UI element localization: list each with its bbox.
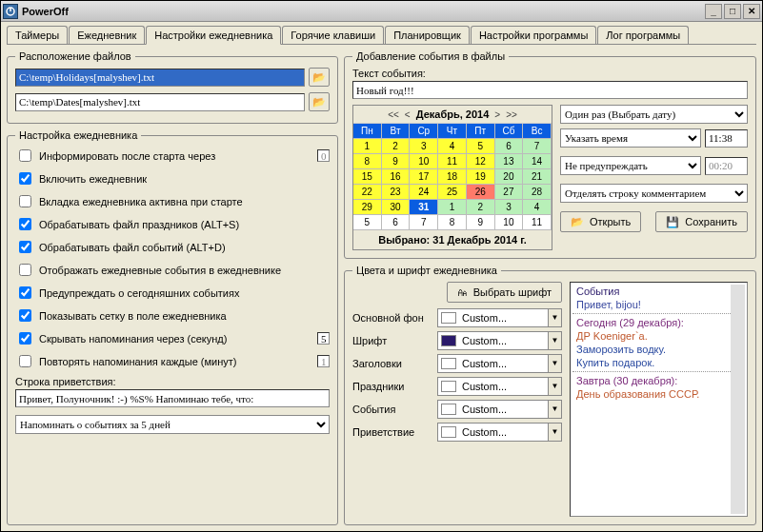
cal-header: Вт bbox=[382, 124, 411, 139]
cal-day[interactable]: 10 bbox=[495, 215, 524, 230]
cal-day[interactable]: 23 bbox=[382, 185, 411, 200]
opt-2-checkbox[interactable] bbox=[19, 195, 31, 207]
color-row-1-select[interactable]: Custom...▼ bbox=[437, 331, 562, 350]
cal-day[interactable]: 26 bbox=[467, 185, 495, 200]
color-row-1-label: Шрифт bbox=[352, 335, 433, 346]
spec-time-input[interactable] bbox=[705, 129, 748, 148]
opt-7-label: Показывать сетку в поле ежедневника bbox=[39, 310, 330, 322]
cal-day[interactable]: 6 bbox=[495, 139, 524, 154]
browse-holidays-button[interactable]: 📂 bbox=[309, 68, 330, 87]
cal-day[interactable]: 6 bbox=[382, 215, 411, 230]
color-row-2-select[interactable]: Custom...▼ bbox=[437, 354, 562, 373]
cal-day[interactable]: 9 bbox=[382, 154, 411, 169]
cal-day[interactable]: 12 bbox=[467, 154, 495, 169]
opt-4-checkbox[interactable] bbox=[19, 241, 31, 253]
cal-day[interactable]: 4 bbox=[523, 200, 552, 215]
tab-1[interactable]: Ежедневник bbox=[69, 26, 145, 44]
cal-last-button[interactable]: >> bbox=[506, 109, 517, 120]
choose-font-button[interactable]: 🗛Выбрать шрифт bbox=[447, 282, 562, 303]
diary-settings-legend: Настройка ежедневника bbox=[15, 129, 141, 141]
cal-day[interactable]: 1 bbox=[353, 139, 382, 154]
cal-day[interactable]: 29 bbox=[353, 200, 382, 215]
opt-9-value[interactable] bbox=[317, 355, 330, 367]
cal-selected: Выбрано: 31 Декабрь 2014 г. bbox=[353, 230, 552, 249]
color-row-5-select[interactable]: Custom...▼ bbox=[437, 423, 562, 442]
tab-0[interactable]: Таймеры bbox=[7, 26, 68, 44]
cal-day[interactable]: 30 bbox=[382, 200, 411, 215]
cal-day[interactable]: 5 bbox=[467, 139, 495, 154]
sep-comment-select[interactable]: Отделять строку комментарием bbox=[560, 184, 748, 203]
tab-6[interactable]: Лог программы bbox=[597, 26, 689, 44]
cal-day[interactable]: 20 bbox=[495, 169, 524, 185]
cal-day[interactable]: 8 bbox=[353, 154, 382, 169]
scrollbar[interactable] bbox=[731, 285, 745, 514]
cal-day[interactable]: 16 bbox=[382, 169, 411, 185]
opt-6-checkbox[interactable] bbox=[19, 286, 31, 299]
save-button[interactable]: 💾Сохранить bbox=[655, 211, 748, 232]
cal-next-button[interactable]: > bbox=[494, 109, 500, 120]
cal-day[interactable]: 3 bbox=[410, 139, 438, 154]
cal-day[interactable]: 5 bbox=[353, 215, 382, 230]
tab-2[interactable]: Настройки ежедневника bbox=[146, 26, 281, 45]
open-icon: 📂 bbox=[571, 216, 584, 228]
cal-day[interactable]: 13 bbox=[495, 154, 524, 169]
cal-day[interactable]: 17 bbox=[410, 169, 438, 185]
warn-select[interactable]: Не предупреждать bbox=[560, 156, 701, 175]
warn-time-input[interactable] bbox=[705, 157, 748, 175]
spec-time-select[interactable]: Указать время bbox=[560, 128, 701, 148]
opt-1-checkbox[interactable] bbox=[19, 172, 31, 185]
open-button[interactable]: 📂Открыть bbox=[560, 211, 641, 232]
color-row-3-select[interactable]: Custom...▼ bbox=[437, 377, 562, 396]
cal-day[interactable]: 14 bbox=[523, 154, 552, 169]
color-row-0-select[interactable]: Custom...▼ bbox=[437, 308, 562, 327]
close-button[interactable]: ✕ bbox=[743, 4, 760, 19]
cal-day[interactable]: 4 bbox=[438, 139, 467, 154]
opt-8-value[interactable] bbox=[317, 332, 330, 345]
cal-day[interactable]: 18 bbox=[438, 169, 467, 185]
cal-day[interactable]: 25 bbox=[438, 185, 467, 200]
preview-line: Завтра (30 декабря): bbox=[572, 374, 731, 387]
cal-day[interactable]: 3 bbox=[495, 200, 524, 215]
tab-3[interactable]: Горячие клавиши bbox=[282, 26, 384, 44]
cal-day[interactable]: 2 bbox=[467, 200, 495, 215]
cal-day[interactable]: 31 bbox=[410, 200, 438, 215]
opt-8-checkbox[interactable] bbox=[19, 332, 31, 345]
cal-day[interactable]: 21 bbox=[523, 169, 552, 185]
dates-path-input[interactable] bbox=[15, 93, 305, 111]
remind-select[interactable]: Напоминать о событиях за 5 дней bbox=[15, 415, 330, 434]
cal-day[interactable]: 11 bbox=[523, 215, 552, 230]
cal-day[interactable]: 22 bbox=[353, 185, 382, 200]
cal-day[interactable]: 28 bbox=[523, 185, 552, 200]
cal-prev-button[interactable]: < bbox=[405, 109, 411, 120]
cal-first-button[interactable]: << bbox=[388, 109, 399, 120]
opt-9-checkbox[interactable] bbox=[19, 355, 31, 367]
opt-7-checkbox[interactable] bbox=[19, 309, 31, 322]
cal-day[interactable]: 10 bbox=[410, 154, 438, 169]
cal-day[interactable]: 24 bbox=[410, 185, 438, 200]
cal-day[interactable]: 15 bbox=[353, 169, 382, 185]
holidays-path-input[interactable] bbox=[15, 69, 305, 87]
cal-day[interactable]: 1 bbox=[438, 200, 467, 215]
color-row-4-select[interactable]: Custom...▼ bbox=[437, 400, 562, 419]
recur-select[interactable]: Один раз (Выбрать дату) bbox=[560, 105, 748, 124]
cal-day[interactable]: 7 bbox=[410, 215, 438, 230]
maximize-button[interactable]: □ bbox=[724, 4, 741, 19]
opt-0-checkbox[interactable] bbox=[19, 149, 31, 162]
opt-5-checkbox[interactable] bbox=[19, 264, 31, 276]
cal-day[interactable]: 2 bbox=[382, 139, 411, 154]
cal-day[interactable]: 9 bbox=[467, 215, 495, 230]
tab-5[interactable]: Настройки программы bbox=[471, 26, 596, 44]
cal-day[interactable]: 19 bbox=[467, 169, 495, 185]
tab-4[interactable]: Планировщик bbox=[385, 26, 470, 44]
cal-day[interactable]: 8 bbox=[438, 215, 467, 230]
cal-header: Вс bbox=[523, 124, 552, 139]
greeting-input[interactable] bbox=[15, 389, 330, 407]
opt-3-checkbox[interactable] bbox=[19, 218, 31, 230]
cal-day[interactable]: 27 bbox=[495, 185, 524, 200]
browse-dates-button[interactable]: 📂 bbox=[309, 92, 330, 111]
opt-0-value[interactable] bbox=[317, 149, 330, 162]
event-text-input[interactable] bbox=[352, 81, 748, 99]
cal-day[interactable]: 11 bbox=[438, 154, 467, 169]
cal-day[interactable]: 7 bbox=[523, 139, 552, 154]
minimize-button[interactable]: _ bbox=[705, 4, 722, 19]
